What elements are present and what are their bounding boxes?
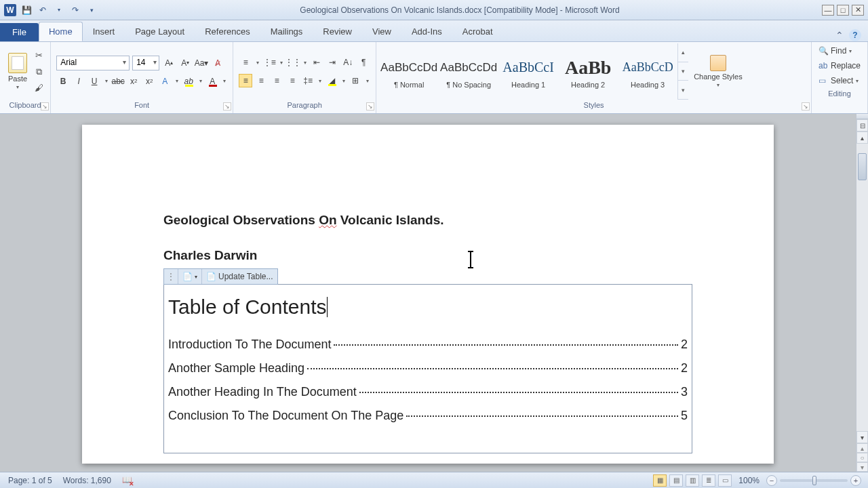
status-page[interactable]: Page: 1 of 5 — [8, 476, 52, 485]
scroll-up-icon[interactable]: ▴ — [856, 131, 868, 144]
view-full-screen-icon[interactable]: ▤ — [669, 474, 683, 487]
strikethrough-button[interactable]: abc — [111, 75, 125, 88]
zoom-level[interactable]: 100% — [738, 476, 760, 485]
highlight-button[interactable]: ab — [182, 75, 195, 88]
text-effects-icon[interactable]: A — [158, 75, 172, 88]
bold-button[interactable]: B — [56, 75, 70, 88]
styles-scroll-up-icon[interactable]: ▴ — [678, 43, 688, 62]
paste-button[interactable]: Paste ▾ — [5, 50, 30, 93]
shading-icon[interactable]: ◢ — [325, 74, 338, 87]
view-draft-icon[interactable]: ▭ — [718, 474, 732, 487]
scroll-down-icon[interactable]: ▾ — [856, 431, 868, 443]
undo-dropdown-icon[interactable]: ▾ — [53, 4, 65, 16]
file-tab[interactable]: File — [0, 23, 39, 41]
view-outline-icon[interactable]: ≣ — [702, 474, 715, 487]
toc-update-button[interactable]: 📄Update Table... — [202, 269, 277, 284]
italic-button[interactable]: I — [72, 75, 85, 88]
tab-add-ins[interactable]: Add-Ins — [401, 22, 452, 41]
tab-review[interactable]: Review — [313, 22, 362, 41]
increase-indent-icon[interactable]: ⇥ — [326, 56, 339, 69]
shrink-font-icon[interactable]: A▾ — [178, 56, 192, 70]
close-button[interactable]: ✕ — [852, 5, 864, 16]
scroll-track[interactable] — [856, 144, 868, 431]
font-launcher-icon[interactable]: ↘ — [223, 102, 231, 110]
tab-view[interactable]: View — [362, 22, 401, 41]
page[interactable]: Geological Observations On Volcanic Isla… — [82, 125, 774, 464]
next-page-icon[interactable]: ▾ — [856, 462, 868, 472]
zoom-out-button[interactable]: − — [766, 475, 777, 486]
view-web-layout-icon[interactable]: ▥ — [686, 474, 699, 487]
highlight-dropdown-icon[interactable]: ▾ — [197, 78, 203, 84]
styles-launcher-icon[interactable]: ↘ — [802, 102, 810, 110]
zoom-track[interactable] — [780, 479, 848, 482]
align-left-icon[interactable]: ≡ — [239, 74, 252, 87]
previous-page-icon[interactable]: ▴ — [856, 443, 868, 453]
maximize-button[interactable]: □ — [837, 5, 849, 16]
minimize-ribbon-icon[interactable]: ⌃ — [835, 30, 844, 41]
line-spacing-dropdown-icon[interactable]: ▾ — [317, 74, 323, 87]
toc-entry[interactable]: Introduction To The Document 2 — [168, 338, 688, 352]
subscript-button[interactable]: x2 — [127, 75, 140, 88]
toc-options-button[interactable]: 📄▾ — [178, 269, 202, 284]
align-justify-icon[interactable]: ≡ — [285, 74, 299, 87]
replace-button[interactable]: abReplace — [817, 60, 862, 72]
document-area[interactable]: Geological Observations On Volcanic Isla… — [0, 114, 856, 472]
cut-icon[interactable]: ✂ — [33, 49, 45, 62]
format-painter-icon[interactable]: 🖌 — [33, 82, 45, 94]
font-color-button[interactable]: A — [205, 75, 219, 88]
toc-entry[interactable]: Another Sample Heading 2 — [168, 361, 688, 375]
tab-insert[interactable]: Insert — [83, 22, 125, 41]
qat-customize-icon[interactable]: ▾ — [85, 4, 98, 16]
view-print-layout-icon[interactable]: ▦ — [653, 474, 667, 487]
tab-page-layout[interactable]: Page Layout — [125, 22, 195, 41]
minimize-button[interactable]: — — [822, 5, 834, 16]
show-hide-icon[interactable]: ¶ — [357, 56, 370, 69]
proofing-errors-icon[interactable] — [122, 475, 133, 486]
font-color-dropdown-icon[interactable]: ▾ — [221, 78, 227, 84]
numbering-dropdown-icon[interactable]: ▾ — [278, 56, 284, 69]
change-styles-button[interactable]: Change Styles ▾ — [688, 43, 748, 100]
toc-heading[interactable]: Table of Contents — [168, 296, 326, 319]
undo-icon[interactable]: ↶ — [37, 4, 49, 16]
bullets-icon[interactable]: ≡ — [239, 56, 252, 69]
styles-expand-icon[interactable]: ▾ — [678, 81, 688, 100]
browse-object-icon[interactable]: ○ — [856, 453, 868, 462]
change-case-icon[interactable]: Aa▾ — [195, 56, 208, 70]
style-normal[interactable]: AaBbCcDd ¶ Normal — [379, 43, 439, 100]
style-heading-2[interactable]: AaBb Heading 2 — [558, 43, 618, 100]
style-heading-3[interactable]: AaBbCcD Heading 3 — [618, 43, 677, 100]
toc-field[interactable]: Table of Contents Introduction To The Do… — [163, 284, 692, 453]
select-button[interactable]: ▭Select ▾ — [817, 75, 862, 87]
align-center-icon[interactable]: ≡ — [254, 74, 268, 87]
redo-icon[interactable]: ↷ — [69, 4, 81, 16]
document-title[interactable]: Geological Observations On Volcanic Isla… — [163, 213, 692, 228]
toc-entry[interactable]: Conclusion To The Document On The Page 5 — [168, 409, 688, 423]
word-app-icon[interactable]: W — [4, 4, 16, 16]
clipboard-launcher-icon[interactable]: ↘ — [41, 102, 49, 110]
scroll-thumb[interactable] — [858, 153, 867, 180]
styles-scroll-down-icon[interactable]: ▾ — [678, 62, 688, 81]
underline-dropdown-icon[interactable]: ▾ — [103, 78, 109, 84]
find-button[interactable]: 🔍Find ▾ — [817, 45, 862, 57]
paragraph-launcher-icon[interactable]: ↘ — [366, 102, 374, 110]
sort-icon[interactable]: A↓ — [341, 56, 355, 69]
save-icon[interactable]: 💾 — [20, 4, 33, 16]
status-words[interactable]: Words: 1,690 — [63, 476, 111, 485]
tab-mailings[interactable]: Mailings — [260, 22, 313, 41]
line-spacing-icon[interactable]: ‡≡ — [301, 74, 315, 87]
clear-formatting-icon[interactable]: A̷ — [211, 56, 224, 70]
text-effects-dropdown-icon[interactable]: ▾ — [174, 78, 180, 84]
grow-font-icon[interactable]: A▴ — [162, 56, 176, 70]
multilevel-dropdown-icon[interactable]: ▾ — [302, 56, 308, 69]
document-author[interactable]: Charles Darwin — [163, 248, 692, 263]
multilevel-icon[interactable]: ⋮⋮ — [286, 56, 300, 69]
ruler-toggle-icon[interactable]: ⊟ — [856, 119, 868, 131]
help-icon[interactable]: ? — [849, 29, 861, 41]
tab-references[interactable]: References — [195, 22, 260, 41]
shading-dropdown-icon[interactable]: ▾ — [340, 74, 347, 87]
copy-icon[interactable]: ⧉ — [33, 66, 45, 78]
style-no-spacing[interactable]: AaBbCcDd ¶ No Spacing — [439, 43, 498, 100]
split-handle[interactable] — [856, 114, 868, 119]
tab-home[interactable]: Home — [39, 22, 83, 41]
font-name-combo[interactable]: Arial — [56, 56, 130, 70]
